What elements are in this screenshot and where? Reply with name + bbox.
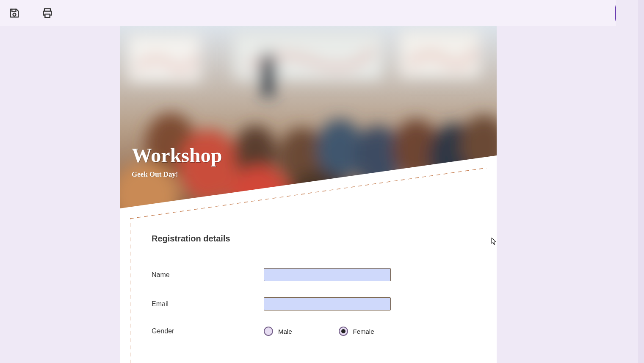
toolbar [0,0,644,26]
row-gender: Gender Male Female [152,327,473,336]
svg-rect-4 [128,35,200,81]
label-gender: Gender [152,327,264,335]
print-icon[interactable] [41,7,53,19]
radio-label-male: Male [278,328,292,335]
right-gutter [616,0,644,363]
radio-option-male[interactable]: Male [264,327,292,336]
svg-rect-2 [45,14,50,17]
document: Workshop Geek Out Day! Registration deta… [120,26,497,363]
svg-point-7 [260,52,276,98]
svg-point-0 [13,13,16,16]
section-title: Registration details [152,234,473,244]
hero-image: Workshop Geek Out Day! [120,26,497,208]
svg-rect-5 [399,30,480,77]
email-input[interactable] [264,297,391,310]
registration-form: Registration details Name Email Gender M… [152,234,473,352]
hero-title: Workshop [132,144,222,167]
radio-male[interactable] [264,327,273,336]
name-input[interactable] [264,268,391,281]
radio-label-female: Female [353,328,374,335]
radio-female[interactable] [339,327,348,336]
hero-subtitle: Geek Out Day! [132,170,222,179]
mouse-cursor-icon [491,237,497,246]
hero-text: Workshop Geek Out Day! [132,144,222,179]
save-icon[interactable] [8,7,20,19]
scrollbar-track[interactable] [638,0,644,363]
label-email: Email [152,300,264,308]
radio-option-female[interactable]: Female [339,327,374,336]
gender-radio-group: Male Female [264,327,374,336]
hero-bg [120,26,497,208]
row-name: Name [152,268,473,281]
label-name: Name [152,271,264,279]
toolbar-left [8,7,53,19]
svg-rect-6 [234,33,382,79]
row-email: Email [152,297,473,310]
